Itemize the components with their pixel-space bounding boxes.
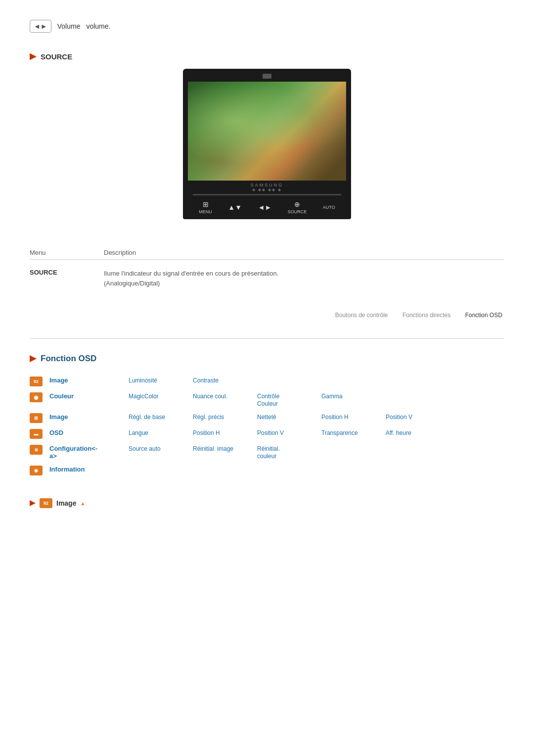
osd-section: Fonction OSD 92 Image Luminosité Contras… <box>30 354 504 478</box>
osd-arrow-icon <box>30 355 37 362</box>
image1-icon: 92 <box>30 377 43 386</box>
information-icon: ◉ <box>30 466 43 475</box>
col-menu-header: Menu <box>30 249 104 256</box>
osd-icon: ▬ <box>30 429 43 439</box>
osd-sub3-config: Réinitial.couleur <box>257 445 321 460</box>
osd-row-information: ◉ Information <box>30 463 504 478</box>
osd-link-config[interactable]: Configuration<-a> <box>49 445 97 460</box>
osd-heading-text: Fonction OSD <box>41 354 96 364</box>
osd-controle-link[interactable]: ContrôleCouleur <box>257 393 279 407</box>
source-icon: ⊕ <box>294 200 300 208</box>
volume-label: Volume <box>57 22 81 30</box>
ctrl-vol: ◄► <box>258 203 272 211</box>
osd-sub2-osd: Position H <box>193 429 257 436</box>
col-desc-header: Description <box>104 249 504 256</box>
couleur-icon: ◉ <box>30 392 43 402</box>
osd-sub1-image2: Régl. de base <box>129 413 193 421</box>
osd-row-image2: ⊞ Image Régl. de base Régl. précis Nette… <box>30 410 504 426</box>
osd-icon-image1: 92 <box>30 377 49 386</box>
osd-sub4-osd: Transparence <box>321 429 386 436</box>
osd-regl-base-link[interactable]: Régl. de base <box>129 414 165 421</box>
osd-link-information[interactable]: Information <box>49 466 85 473</box>
osd-heading: Fonction OSD <box>30 354 504 364</box>
osd-luminosite-link[interactable]: Luminosité <box>129 377 157 384</box>
ctrl-menu: ⊞ MENU <box>199 200 212 214</box>
vol-icon: ◄► <box>258 203 272 211</box>
desc-table-row-source: SOURCE Ilume l'indicateur du signal d'en… <box>30 265 504 292</box>
source-arrow-icon <box>30 53 37 60</box>
bottom-icon-text: 92 <box>44 501 48 506</box>
osd-row-couleur: ◉ Couleur MagicColor Nuance coul. Contrô… <box>30 389 504 410</box>
menu-icon: ⊞ <box>203 200 209 208</box>
osd-row-osd: ▬ OSD Langue Position H Position V Trans… <box>30 426 504 442</box>
osd-source-auto-link[interactable]: Source auto <box>129 445 161 452</box>
osd-row-config: ⊞ Configuration<-a> Source auto Réinitia… <box>30 442 504 463</box>
osd-sub3-image2: Netteté <box>257 413 321 421</box>
osd-nuance-link[interactable]: Nuance coul. <box>193 393 227 400</box>
osd-transparence-link[interactable]: Transparence <box>321 429 358 436</box>
source-heading-text: SOURCE <box>41 52 72 61</box>
bottom-arrow-icon <box>30 500 36 506</box>
osd-link-image2[interactable]: Image <box>49 413 68 421</box>
osd-position-v1-link[interactable]: Position V <box>386 414 412 421</box>
source-heading: SOURCE <box>30 52 504 61</box>
osd-sub5-osd: Aff. heure <box>386 429 450 436</box>
osd-aff-heure-link[interactable]: Aff. heure <box>386 429 411 436</box>
osd-sub5-image2: Position V <box>386 413 450 421</box>
osd-magiccolor-link[interactable]: MagicColor <box>129 393 159 400</box>
osd-link-couleur[interactable]: Couleur <box>49 392 74 400</box>
desc-text-source: Ilume l'indicateur du signal d'entrée en… <box>104 269 504 288</box>
osd-regl-precis-link[interactable]: Régl. précis <box>193 414 224 421</box>
osd-name-osd: OSD <box>49 429 129 436</box>
desc-table-header: Menu Description <box>30 249 504 260</box>
monitor-screen <box>188 82 346 181</box>
osd-position-h1-link[interactable]: Position H <box>321 414 349 421</box>
osd-sub4-image2: Position H <box>321 413 386 421</box>
osd-sub2-image1: Contraste <box>193 377 257 384</box>
osd-link-image1[interactable]: Image <box>49 377 68 384</box>
osd-position-h2-link[interactable]: Position H <box>193 429 220 436</box>
breadcrumb: Boutons de contrôle Fonctions directes F… <box>30 312 504 319</box>
osd-icon-information: ◉ <box>30 466 49 475</box>
ctrl-auto: AUTO <box>323 205 335 210</box>
bottom-triangle-icon: ▲ <box>80 501 85 506</box>
osd-sub1-couleur: MagicColor <box>129 392 193 400</box>
monitor-brand-text: SAMSUNG <box>188 183 346 188</box>
osd-sub3-osd: Position V <box>257 429 321 436</box>
osd-position-v2-link[interactable]: Position V <box>257 429 284 436</box>
osd-contraste-link[interactable]: Contraste <box>193 377 219 384</box>
volume-description: volume. <box>86 22 110 30</box>
breadcrumb-item-3[interactable]: Fonction OSD <box>465 312 502 319</box>
osd-reinit-image-link[interactable]: Réinitial. image <box>193 445 233 452</box>
osd-icon-couleur: ◉ <box>30 392 49 402</box>
volume-icon: ◄► <box>30 20 51 33</box>
osd-icon-osd: ▬ <box>30 429 49 439</box>
osd-link-osd[interactable]: OSD <box>49 429 63 436</box>
breadcrumb-sep-2 <box>456 312 460 319</box>
desc-menu-source: SOURCE <box>30 269 104 288</box>
breadcrumb-item-2[interactable]: Fonctions directes <box>402 312 450 319</box>
image2-icon: ⊞ <box>30 413 43 423</box>
monitor-outer: SAMSUNG ◆ ◆◆ ◆◆ ◆ <box>183 69 351 195</box>
ctrl-auto-label: AUTO <box>323 205 335 210</box>
osd-gamma-link[interactable]: Gamma <box>321 393 343 400</box>
osd-name-information: Information <box>49 466 129 473</box>
osd-icon-image2: ⊞ <box>30 413 49 423</box>
osd-nettete-link[interactable]: Netteté <box>257 414 276 421</box>
osd-name-couleur: Couleur <box>49 392 129 400</box>
monitor-controls: ⊞ MENU ▲▼ ◄► ⊕ SOURCE AUTO <box>183 195 351 219</box>
bottom-icon-box: 92 <box>40 498 52 508</box>
osd-name-image1: Image <box>49 377 129 384</box>
bottom-label: Image <box>56 499 76 507</box>
ctrl-source: ⊕ SOURCE <box>288 200 307 214</box>
osd-langue-link[interactable]: Langue <box>129 429 148 436</box>
monitor-illustration: SAMSUNG ◆ ◆◆ ◆◆ ◆ ⊞ MENU ▲▼ ◄► ⊕ SOURCE … <box>30 69 504 219</box>
osd-sub2-config: Réinitial. image <box>193 445 257 452</box>
monitor-brand-dots: ◆ ◆◆ ◆◆ ◆ <box>188 188 346 192</box>
osd-reinit-couleur-link[interactable]: Réinitial.couleur <box>257 445 280 460</box>
breadcrumb-item-1[interactable]: Boutons de contrôle <box>335 312 388 319</box>
osd-name-config: Configuration<-a> <box>49 445 129 460</box>
bottom-section: 92 Image ▲ <box>30 498 504 508</box>
osd-sub2-couleur: Nuance coul. <box>193 392 257 400</box>
volume-section: ◄► Volume volume. <box>30 20 504 33</box>
